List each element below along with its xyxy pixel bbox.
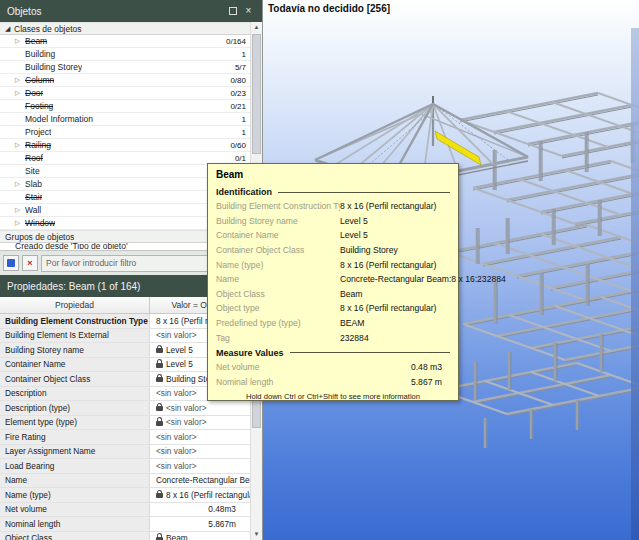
tree-item-label: Door [25, 88, 43, 98]
property-value[interactable]: 0.48m3 [150, 503, 251, 517]
tree-item-label: Building [25, 49, 55, 59]
tree-item-label: Window [25, 218, 55, 228]
apply-filter-button[interactable] [3, 255, 19, 271]
property-row-name-type: Name (type)8 x 16 (Perfil rectangular) [0, 488, 251, 503]
tooltip-field-value: 232884 [340, 333, 369, 343]
lock-icon [156, 421, 163, 426]
property-name: Layer Assignment Name [0, 445, 150, 459]
tooltip-field-value: 8 x 16 (Perfil rectangular) [340, 201, 436, 211]
tree-item-model-information[interactable]: Model Information1 [0, 113, 251, 126]
tooltip-field-value: 0.48 m3 [411, 362, 450, 372]
property-value[interactable]: <sin valor> [150, 445, 251, 459]
property-value[interactable]: Concrete-Rectangular Beam:8 x 16:232884 [150, 474, 251, 488]
scroll-down-icon[interactable]: ▼ [251, 529, 262, 540]
expand-arrow-icon[interactable]: ▷ [15, 76, 25, 84]
property-name: Nominal length [0, 517, 150, 531]
tree-item-footing[interactable]: Footing0/21 [0, 100, 251, 113]
float-panel-button[interactable] [226, 5, 239, 18]
tooltip-field-value: Beam [340, 289, 362, 299]
section-rule [290, 352, 450, 353]
expand-arrow-icon[interactable]: ▷ [15, 219, 25, 227]
tree-item-column[interactable]: ▷Column0/80 [0, 74, 251, 87]
property-name: Load Bearing [0, 459, 150, 473]
scroll-up-icon[interactable]: ▲ [251, 22, 262, 33]
tree-item-door[interactable]: ▷Door0/23 [0, 87, 251, 100]
tree-scrollbar-thumb[interactable] [252, 34, 261, 154]
tree-section-object-classes[interactable]: ◢Clases de objetos [0, 22, 251, 35]
object-count: 5/7 [235, 63, 251, 72]
tooltip-field-label: Object Class [216, 289, 340, 299]
tooltip-footer: Hold down Ctrl or Ctrl+Shift to see more… [216, 389, 450, 403]
clear-filter-button[interactable]: × [22, 255, 38, 271]
tooltip-field-label: Name (type) [216, 260, 340, 270]
tooltip-field-value: 5.867 m [411, 377, 450, 387]
property-value[interactable]: 8 x 16 (Perfil rectangular) [150, 488, 251, 502]
object-count: 0/1 [235, 154, 251, 163]
tree-item-label: Model Information [25, 114, 93, 124]
tooltip-row: Container Object ClassBuilding Storey [216, 243, 450, 258]
object-count: 0/164 [226, 37, 251, 46]
column-header-property[interactable]: Propiedad [0, 297, 150, 313]
object-count: 0/60 [230, 141, 251, 150]
property-value[interactable]: <sin valor> [150, 430, 251, 444]
property-value-text: 8 x 16 (Perfil rectangular) [166, 490, 251, 500]
tooltip-section-heading: Measure Values [216, 348, 284, 358]
property-name: Building Storey name [0, 343, 150, 357]
property-value[interactable]: 5.867m [150, 517, 251, 531]
tooltip-field-label: Building Storey name [216, 216, 340, 226]
tree-item-label: Railing [25, 140, 51, 150]
tooltip-section-identification: Identification [216, 187, 450, 197]
property-name: Container Object Class [0, 372, 150, 386]
tooltip-field-label: Name [216, 274, 340, 284]
section-rule [278, 192, 450, 193]
viewport-edge-shading [631, 28, 639, 540]
tree-item-building[interactable]: Building1 [0, 48, 251, 61]
expand-arrow-icon[interactable]: ▷ [15, 89, 25, 97]
property-row-load-bearing: Load Bearing<sin valor> [0, 459, 251, 474]
expand-arrow-icon[interactable]: ▷ [15, 206, 25, 214]
tree-item-label: Project [25, 127, 51, 137]
property-value-text: Level 5 [166, 359, 193, 369]
property-value-text: Level 5 [166, 345, 193, 355]
expand-arrow-icon[interactable]: ▷ [15, 180, 25, 188]
tooltip-row: Tag232884 [216, 330, 450, 345]
tree-item-beam[interactable]: ▷Beam0/164 [0, 35, 251, 48]
object-count: 0/80 [230, 76, 251, 85]
tooltip-field-value: 8 x 16 (Perfil rectangular) [340, 303, 436, 313]
property-row-fire-rating: Fire Rating<sin valor> [0, 430, 251, 445]
property-value-text: Beam [166, 533, 188, 540]
expand-arrow-icon[interactable]: ▷ [15, 37, 25, 45]
tooltip-title: Beam [216, 169, 450, 180]
tooltip-field-value: 8 x 16 (Perfil rectangular) [340, 260, 436, 270]
tree-item-project[interactable]: Project1 [0, 126, 251, 139]
property-value[interactable]: <sin valor> [150, 459, 251, 473]
lock-icon [156, 493, 163, 498]
objects-panel-title: Objetos [7, 6, 223, 17]
tooltip-field-value: Building Storey [340, 245, 398, 255]
property-row-layer-assignment-name: Layer Assignment Name<sin valor> [0, 445, 251, 460]
tooltip-field-label: Object type [216, 303, 340, 313]
lock-icon [156, 377, 163, 382]
tooltip-row: Building Element Construction Type8 x 16… [216, 199, 450, 214]
tooltip-field-value: BEAM [340, 318, 364, 328]
collapse-triangle-icon[interactable]: ◢ [5, 24, 14, 33]
tree-item-building-storey[interactable]: Building Storey5/7 [0, 61, 251, 74]
property-name: Container Name [0, 358, 150, 372]
tree-item-label: Slab [25, 179, 42, 189]
tree-item-railing[interactable]: ▷Railing0/60 [0, 139, 251, 152]
property-row-description-type: Description (type)<sin valor> [0, 401, 251, 416]
tooltip-field-label: Tag [216, 333, 340, 343]
tooltip-field-value: Level 5 [340, 230, 368, 240]
property-value[interactable]: Beam [150, 532, 251, 540]
property-value-text: <sin valor> [156, 461, 197, 471]
property-row-net-volume: Net volume0.48m3 [0, 503, 251, 518]
property-value-text: <sin valor> [166, 403, 207, 413]
property-value[interactable]: <sin valor> [150, 416, 251, 430]
close-panel-button[interactable]: × [242, 5, 255, 18]
tooltip-row: NameConcrete-Rectangular Beam:8 x 16:232… [216, 272, 450, 287]
property-value-text: <sin valor> [156, 330, 197, 340]
property-name: Building Element Is External [0, 329, 150, 343]
expand-arrow-icon[interactable]: ▷ [15, 141, 25, 149]
tooltip-row: Building Storey nameLevel 5 [216, 214, 450, 229]
property-name: Fire Rating [0, 430, 150, 444]
